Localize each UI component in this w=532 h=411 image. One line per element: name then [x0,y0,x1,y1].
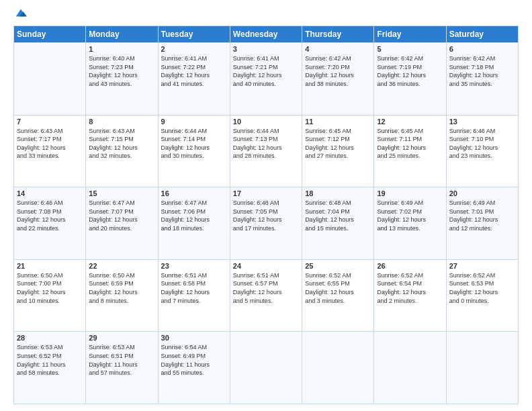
calendar-cell: 8Sunrise: 6:43 AMSunset: 7:15 PMDaylight… [86,115,158,187]
week-row-3: 14Sunrise: 6:46 AMSunset: 7:08 PMDayligh… [14,187,519,260]
day-number: 18 [305,189,371,197]
calendar-cell: 30Sunrise: 6:54 AMSunset: 6:49 PMDayligh… [158,332,230,404]
day-info: Sunrise: 6:47 AMSunset: 7:07 PMDaylight:… [89,199,154,232]
header [13,12,519,19]
calendar-cell: 25Sunrise: 6:52 AMSunset: 6:55 PMDayligh… [302,259,374,332]
calendar-cell: 28Sunrise: 6:53 AMSunset: 6:52 PMDayligh… [14,332,86,404]
weekday-header-friday: Friday [374,26,446,43]
calendar-cell: 21Sunrise: 6:50 AMSunset: 7:00 PMDayligh… [14,259,86,332]
calendar-cell: 18Sunrise: 6:48 AMSunset: 7:04 PMDayligh… [302,187,374,260]
week-row-1: 1Sunrise: 6:40 AMSunset: 7:23 PMDaylight… [14,43,519,116]
calendar-cell: 10Sunrise: 6:44 AMSunset: 7:13 PMDayligh… [230,115,302,187]
week-row-4: 21Sunrise: 6:50 AMSunset: 7:00 PMDayligh… [14,259,519,332]
day-info: Sunrise: 6:49 AMSunset: 7:01 PMDaylight:… [449,199,515,232]
calendar-cell: 12Sunrise: 6:45 AMSunset: 7:11 PMDayligh… [374,115,446,187]
day-info: Sunrise: 6:47 AMSunset: 7:06 PMDaylight:… [161,199,227,232]
day-info: Sunrise: 6:43 AMSunset: 7:15 PMDaylight:… [89,127,154,161]
calendar-cell [374,332,446,404]
calendar-cell [446,332,518,404]
day-number: 23 [161,262,227,270]
day-info: Sunrise: 6:49 AMSunset: 7:02 PMDaylight:… [377,199,443,232]
logo [13,12,27,19]
day-number: 3 [233,45,299,53]
day-number: 17 [233,189,299,197]
calendar-cell: 26Sunrise: 6:52 AMSunset: 6:54 PMDayligh… [374,259,446,332]
day-number: 14 [17,189,83,197]
weekday-header-row: SundayMondayTuesdayWednesdayThursdayFrid… [14,26,519,43]
weekday-header-thursday: Thursday [302,26,374,43]
calendar-cell: 15Sunrise: 6:47 AMSunset: 7:07 PMDayligh… [86,187,158,260]
day-info: Sunrise: 6:42 AMSunset: 7:19 PMDaylight:… [377,54,443,88]
calendar-cell [230,332,302,404]
day-info: Sunrise: 6:41 AMSunset: 7:21 PMDaylight:… [233,54,299,88]
day-number: 16 [161,189,227,197]
day-number: 7 [17,118,83,126]
day-number: 27 [449,262,515,270]
day-info: Sunrise: 6:42 AMSunset: 7:18 PMDaylight:… [449,54,515,88]
day-info: Sunrise: 6:52 AMSunset: 6:53 PMDaylight:… [449,271,515,305]
day-number: 22 [89,262,154,270]
day-number: 30 [161,334,227,342]
day-number: 13 [449,118,515,126]
day-info: Sunrise: 6:43 AMSunset: 7:17 PMDaylight:… [17,127,83,161]
day-number: 29 [89,334,154,342]
day-info: Sunrise: 6:52 AMSunset: 6:54 PMDaylight:… [377,271,443,305]
calendar-cell: 19Sunrise: 6:49 AMSunset: 7:02 PMDayligh… [374,187,446,260]
weekday-header-saturday: Saturday [446,26,518,43]
day-number: 5 [377,45,443,53]
day-number: 11 [305,118,371,126]
day-info: Sunrise: 6:41 AMSunset: 7:22 PMDaylight:… [161,54,227,88]
calendar: SundayMondayTuesdayWednesdayThursdayFrid… [13,26,519,404]
calendar-cell: 22Sunrise: 6:50 AMSunset: 6:59 PMDayligh… [86,259,158,332]
day-info: Sunrise: 6:46 AMSunset: 7:08 PMDaylight:… [17,199,83,232]
calendar-cell: 13Sunrise: 6:46 AMSunset: 7:10 PMDayligh… [446,115,518,187]
calendar-cell: 6Sunrise: 6:42 AMSunset: 7:18 PMDaylight… [446,43,518,116]
day-number: 20 [449,189,515,197]
page: SundayMondayTuesdayWednesdayThursdayFrid… [0,0,532,411]
day-info: Sunrise: 6:40 AMSunset: 7:23 PMDaylight:… [89,54,154,88]
calendar-cell: 17Sunrise: 6:48 AMSunset: 7:05 PMDayligh… [230,187,302,260]
calendar-cell: 14Sunrise: 6:46 AMSunset: 7:08 PMDayligh… [14,187,86,260]
weekday-header-tuesday: Tuesday [158,26,230,43]
day-number: 10 [233,118,299,126]
calendar-cell: 1Sunrise: 6:40 AMSunset: 7:23 PMDaylight… [86,43,158,116]
calendar-cell: 11Sunrise: 6:45 AMSunset: 7:12 PMDayligh… [302,115,374,187]
day-info: Sunrise: 6:45 AMSunset: 7:11 PMDaylight:… [377,127,443,161]
logo-icon [15,7,27,19]
calendar-cell: 7Sunrise: 6:43 AMSunset: 7:17 PMDaylight… [14,115,86,187]
calendar-cell [302,332,374,404]
day-info: Sunrise: 6:44 AMSunset: 7:13 PMDaylight:… [233,127,299,161]
day-info: Sunrise: 6:46 AMSunset: 7:10 PMDaylight:… [449,127,515,161]
day-info: Sunrise: 6:51 AMSunset: 6:58 PMDaylight:… [161,271,227,305]
day-number: 1 [89,45,154,53]
weekday-header-sunday: Sunday [14,26,86,43]
day-info: Sunrise: 6:42 AMSunset: 7:20 PMDaylight:… [305,54,371,88]
calendar-cell: 16Sunrise: 6:47 AMSunset: 7:06 PMDayligh… [158,187,230,260]
day-info: Sunrise: 6:53 AMSunset: 6:52 PMDaylight:… [17,343,83,377]
week-row-2: 7Sunrise: 6:43 AMSunset: 7:17 PMDaylight… [14,115,519,187]
calendar-cell: 3Sunrise: 6:41 AMSunset: 7:21 PMDaylight… [230,43,302,116]
calendar-cell: 20Sunrise: 6:49 AMSunset: 7:01 PMDayligh… [446,187,518,260]
day-info: Sunrise: 6:48 AMSunset: 7:05 PMDaylight:… [233,199,299,232]
calendar-cell: 4Sunrise: 6:42 AMSunset: 7:20 PMDaylight… [302,43,374,116]
day-info: Sunrise: 6:54 AMSunset: 6:49 PMDaylight:… [161,343,227,377]
day-number: 24 [233,262,299,270]
week-row-5: 28Sunrise: 6:53 AMSunset: 6:52 PMDayligh… [14,332,519,404]
calendar-cell [14,43,86,116]
weekday-header-monday: Monday [86,26,158,43]
calendar-cell: 2Sunrise: 6:41 AMSunset: 7:22 PMDaylight… [158,43,230,116]
day-number: 4 [305,45,371,53]
calendar-cell: 9Sunrise: 6:44 AMSunset: 7:14 PMDaylight… [158,115,230,187]
day-info: Sunrise: 6:45 AMSunset: 7:12 PMDaylight:… [305,127,371,161]
calendar-cell: 5Sunrise: 6:42 AMSunset: 7:19 PMDaylight… [374,43,446,116]
day-number: 6 [449,45,515,53]
day-info: Sunrise: 6:53 AMSunset: 6:51 PMDaylight:… [89,343,154,377]
weekday-header-wednesday: Wednesday [230,26,302,43]
day-info: Sunrise: 6:48 AMSunset: 7:04 PMDaylight:… [305,199,371,232]
day-number: 21 [17,262,83,270]
calendar-cell: 29Sunrise: 6:53 AMSunset: 6:51 PMDayligh… [86,332,158,404]
day-number: 8 [89,118,154,126]
calendar-cell: 27Sunrise: 6:52 AMSunset: 6:53 PMDayligh… [446,259,518,332]
day-info: Sunrise: 6:50 AMSunset: 7:00 PMDaylight:… [17,271,83,305]
day-number: 25 [305,262,371,270]
